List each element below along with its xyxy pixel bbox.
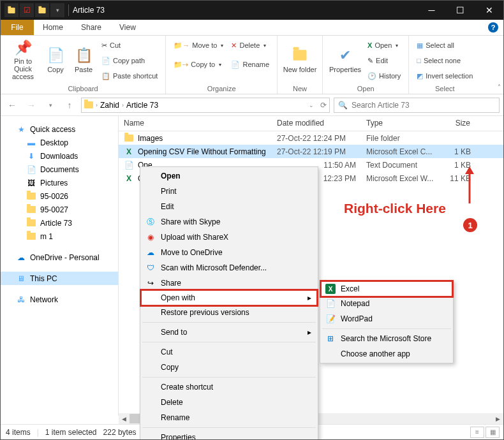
copy-button[interactable]: 📄 Copy [43, 38, 68, 80]
invert-selection-button[interactable]: ◩Invert selection [414, 69, 475, 83]
invert-icon: ◩ [417, 72, 423, 80]
new-folder-button[interactable]: New folder [283, 38, 317, 80]
annotation-arrow-icon [463, 166, 476, 203]
nav-folder-4[interactable]: m 1 [1, 230, 118, 243]
annotation-text: Right-click Here [344, 201, 446, 216]
nav-folder-2[interactable]: 95-0027 [1, 203, 118, 216]
nav-network[interactable]: 🖧Network [1, 293, 118, 306]
file-row-csv[interactable]: XOpening CSV File Without Formatting 27-… [119, 145, 503, 158]
breadcrumb[interactable]: › Zahid › Article 73 ⌄ ⟳ [81, 98, 330, 113]
submenu-store[interactable]: ⊞Search the Microsoft Store [322, 331, 452, 346]
ctx-separator [142, 342, 316, 342]
submenu-choose[interactable]: Choose another app [322, 346, 452, 362]
ctx-delete[interactable]: Delete [142, 395, 316, 410]
history-button[interactable]: 🕑History [365, 69, 403, 83]
file-row-images[interactable]: Images 27-Oct-22 12:24 PM File folder [119, 131, 503, 145]
breadcrumb-dropdown-icon[interactable]: ⌄ [309, 102, 314, 108]
nav-desktop[interactable]: ▬Desktop [1, 136, 118, 149]
back-button[interactable]: ← [4, 98, 20, 113]
ribbon-group-organize: 📁→Move to▾ 📁⇢Copy to▾ ✕Delete▾ 📄Rename O… [166, 36, 278, 94]
qat-dropdown-icon[interactable]: ▾ [50, 3, 64, 17]
nav-quick-access[interactable]: ★Quick access [1, 122, 118, 136]
delete-icon: ✕ [231, 41, 237, 50]
scroll-right-icon[interactable]: ▶ [493, 413, 503, 424]
tab-share[interactable]: Share [72, 20, 110, 35]
open-icon: X [367, 41, 372, 49]
forward-button[interactable]: → [24, 98, 39, 113]
submenu-notepad[interactable]: 📄Notepad [322, 296, 452, 311]
onedrive-icon: ☁ [145, 247, 156, 258]
qat-props-icon[interactable]: ☑ [20, 3, 34, 17]
header-name[interactable]: Name [119, 116, 272, 131]
ctx-separator [142, 377, 316, 378]
ctx-restore[interactable]: Restore previous versions [142, 305, 316, 320]
ctx-open[interactable]: Open [142, 168, 316, 184]
ctx-edit[interactable]: Edit [142, 199, 316, 214]
window-title: Article 73 [69, 6, 417, 15]
paste-shortcut-button[interactable]: 📋Paste shortcut [99, 69, 160, 83]
help-icon[interactable]: ? [488, 22, 498, 33]
header-type[interactable]: Type [361, 116, 438, 131]
submenu-wordpad[interactable]: 📝WordPad [322, 311, 452, 326]
search-input[interactable]: 🔍 Search Article 73 [334, 98, 500, 113]
ctx-properties[interactable]: Properties [142, 430, 316, 440]
nav-this-pc[interactable]: 🖥This PC [1, 272, 118, 285]
pin-to-quick-access-button[interactable]: 📌 Pin to Quick access [6, 38, 40, 80]
maximize-button[interactable]: ☐ [446, 1, 475, 20]
nav-pictures[interactable]: 🖼Pictures [1, 176, 118, 189]
thumbnails-view-icon[interactable]: ▦ [485, 427, 500, 438]
cut-button[interactable]: ✂Cut [99, 38, 160, 52]
close-button[interactable]: ✕ [475, 1, 503, 20]
downloads-icon: ⬇ [26, 151, 36, 161]
ctx-onedrive[interactable]: ☁Move to OneDrive [142, 245, 316, 260]
copy-path-button[interactable]: 📄Copy path [99, 54, 160, 68]
qat-folder-icon[interactable] [4, 3, 19, 17]
ctx-copy[interactable]: Copy [142, 360, 316, 375]
ctx-send-to[interactable]: Send to▸ [142, 325, 316, 340]
select-all-button[interactable]: ▦Select all [414, 38, 475, 52]
tab-home[interactable]: Home [34, 20, 72, 35]
excel-icon: X [124, 147, 134, 157]
ctx-sharex[interactable]: ◉Upload with ShareX [142, 230, 316, 245]
delete-button[interactable]: ✕Delete▾ [228, 38, 272, 52]
nav-downloads[interactable]: ⬇Downloads [1, 149, 118, 163]
step-1-badge: 1 [463, 218, 477, 232]
status-size: 222 bytes [103, 428, 137, 437]
nav-onedrive[interactable]: ☁OneDrive - Personal [1, 251, 118, 264]
ctx-rename[interactable]: Rename [142, 410, 316, 425]
breadcrumb-part-2[interactable]: Article 73 [126, 101, 158, 110]
properties-button[interactable]: ✔ Properties [328, 38, 362, 80]
copy-to-button[interactable]: 📁⇢Copy to▾ [171, 57, 226, 71]
ctx-print[interactable]: Print [142, 184, 316, 199]
paste-button[interactable]: 📋 Paste [71, 38, 96, 80]
move-to-button[interactable]: 📁→Move to▾ [171, 38, 226, 52]
paste-icon: 📋 [73, 45, 94, 66]
ctx-cut[interactable]: Cut [142, 344, 316, 360]
refresh-icon[interactable]: ⟳ [320, 101, 327, 110]
details-view-icon[interactable]: ≡ [470, 427, 484, 438]
header-size[interactable]: Size [438, 116, 476, 131]
open-button[interactable]: XOpen▾ [365, 38, 403, 52]
nav-folder-1[interactable]: 95-0026 [1, 189, 118, 203]
ctx-skype[interactable]: ⓈShare with Skype [142, 214, 316, 230]
up-button[interactable]: ↑ [62, 98, 77, 113]
submenu-excel[interactable]: XExcel [320, 280, 454, 298]
tab-file[interactable]: File [1, 20, 34, 35]
ctx-defender[interactable]: 🛡Scan with Microsoft Defender... [142, 260, 316, 275]
ctx-create-shortcut[interactable]: Create shortcut [142, 379, 316, 395]
qat-folder2-icon[interactable] [35, 3, 49, 17]
rename-button[interactable]: 📄Rename [228, 57, 272, 71]
minimize-button[interactable]: ─ [417, 1, 446, 20]
scroll-left-icon[interactable]: ◀ [119, 413, 130, 424]
select-none-button[interactable]: □Select none [414, 54, 475, 68]
recent-locations-button[interactable]: ▾ [43, 98, 58, 113]
nav-folder-3[interactable]: Article 73 [1, 216, 118, 230]
breadcrumb-part-1[interactable]: Zahid [100, 101, 119, 110]
nav-documents[interactable]: 📄Documents [1, 163, 118, 176]
collapse-ribbon-icon[interactable]: ˄ [498, 84, 501, 91]
edit-button[interactable]: ✎Edit [365, 54, 403, 68]
header-date[interactable]: Date modified [272, 116, 361, 131]
tab-view[interactable]: View [110, 20, 145, 35]
pin-icon: 📌 [13, 38, 33, 57]
ctx-open-with[interactable]: Open with▸ [140, 289, 318, 307]
